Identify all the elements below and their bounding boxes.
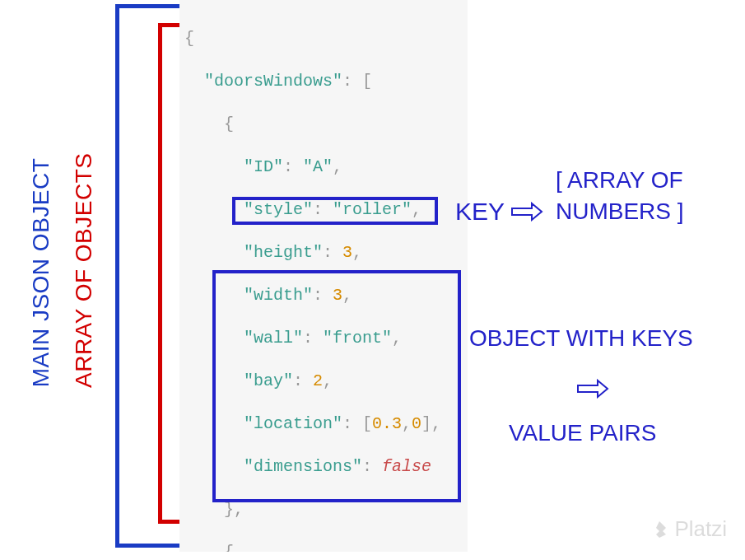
platzi-logo-icon [650, 520, 669, 539]
key-annotation: KEY [455, 198, 505, 226]
code-obj-b-open: { [184, 543, 234, 552]
code-key-doorswindows: "doorsWindows" [204, 72, 342, 91]
highlight-object-b [212, 270, 461, 502]
arrow-icon [510, 202, 543, 222]
value-pairs-annotation: VALUE PAIRS [509, 420, 656, 446]
highlight-location-key [232, 197, 438, 225]
object-with-keys-annotation: OBJECT WITH KEYS [469, 325, 693, 352]
code-obj-a-open: { [184, 114, 234, 133]
arrow-icon [576, 379, 609, 399]
json-diagram: MAIN JSON OBJECT ARRAY OF OBJECTS { "doo… [0, 0, 745, 560]
array-of-objects-label: ARRAY OF OBJECTS [71, 157, 97, 388]
code-brace-open: { [184, 29, 194, 48]
array-of-numbers-annotation: [ ARRAY OF NUMBERS ] [556, 165, 684, 227]
main-json-object-label: MAIN JSON OBJECT [28, 157, 54, 388]
platzi-watermark: Platzi [650, 516, 727, 542]
